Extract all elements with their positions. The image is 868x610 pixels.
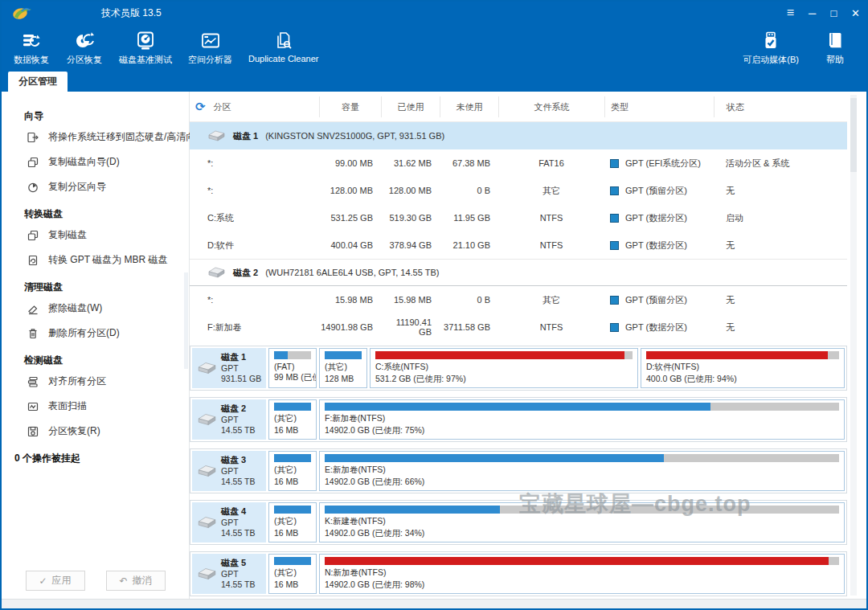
- disk-panel-1: 磁盘 1 GPT 931.51 GB (FAT) 99 MB (已使用:: [190, 346, 847, 391]
- toolbar-button-disk-benchmark[interactable]: 磁盘基准测试: [119, 31, 172, 66]
- column-header-used: 已使用: [381, 96, 440, 117]
- partition-row[interactable]: D:软件 400.04 GB 378.94 GB 21.10 GB NTFS G…: [190, 231, 847, 259]
- sidebar-item-align-all-partitions[interactable]: 对齐所有分区: [2, 369, 189, 394]
- sidebar-item-delete-all-partitions[interactable]: 删除所有分区(D): [2, 321, 189, 346]
- window-controls: ≡ ─ □ ✕: [780, 2, 866, 24]
- usage-bar: [274, 557, 311, 565]
- window-title: 技术员版 13.5: [101, 6, 162, 20]
- help-book-icon: [825, 31, 845, 51]
- disk-panel-info[interactable]: 磁盘 4 GPT 14.55 TB: [192, 502, 266, 542]
- disk-panel-info[interactable]: 磁盘 3 GPT 14.55 TB: [192, 451, 266, 491]
- partition-block[interactable]: (其它) 16 MB: [268, 451, 317, 491]
- sidebar-scrollbar[interactable]: [184, 272, 188, 369]
- sidebar-item-wipe-disk[interactable]: 擦除磁盘(W): [2, 296, 189, 321]
- sidebar-item-copy-disk[interactable]: 复制磁盘: [2, 223, 189, 248]
- partition-block[interactable]: K:新建卷(NTFS) 14902.0 GB (已使用: 34%): [319, 502, 845, 542]
- disk-icon: [196, 412, 217, 427]
- partition-block[interactable]: D:软件(NTFS) 400.0 GB (已使用: 94%): [641, 348, 845, 388]
- usage-bar: [325, 506, 839, 514]
- app-logo-icon: [10, 4, 37, 22]
- minimize-button[interactable]: ─: [801, 2, 823, 24]
- sidebar-section-title-clean: 清理磁盘: [24, 280, 189, 294]
- sidebar-item-migrate-os[interactable]: 将操作系统迁移到固态硬盘/高清向导: [2, 125, 189, 149]
- tab-partition-management[interactable]: 分区管理: [8, 72, 68, 92]
- sidebar-item-copy-partition-wizard[interactable]: 复制分区向导: [2, 174, 189, 199]
- disk-benchmark-icon: [135, 31, 156, 51]
- scrollbar-thumb[interactable]: [850, 98, 857, 172]
- disk-icon: [196, 515, 217, 530]
- toolbar-button-data-recovery[interactable]: 数据恢复: [13, 31, 50, 66]
- column-header-type: 类型: [604, 96, 714, 117]
- disk-panel-4: 磁盘 4 GPT 14.55 TB (其它) 16 MB: [190, 500, 847, 545]
- migrate-os-icon: [26, 131, 39, 144]
- partition-block[interactable]: N:新加卷(NTFS) 14902.0 GB (已使用: 98%): [319, 554, 845, 594]
- column-header-status: 状态: [714, 96, 847, 117]
- disk-panel-3: 磁盘 3 GPT 14.55 TB (其它) 16 MB: [190, 448, 847, 493]
- toolbar-button-help[interactable]: 帮助: [817, 31, 854, 66]
- toolbar: 数据恢复 分区恢复: [2, 24, 866, 72]
- app-window: 技术员版 13.5 ≡ ─ □ ✕ 数据恢复: [0, 0, 868, 610]
- apply-button[interactable]: ✓ 应用: [26, 571, 85, 591]
- disk-group-row-2[interactable]: 磁盘 2 (WUH72181 6ALE6L4 USB, GPT, 14.55 T…: [190, 259, 847, 286]
- gpt-type-icon: [610, 214, 619, 223]
- sidebar-item-convert-gpt-mbr[interactable]: 转换 GPT 磁盘为 MBR 磁盘: [2, 248, 189, 272]
- sidebar-section-title-wizards: 向导: [24, 109, 189, 123]
- sidebar: 向导 将操作系统迁移到固态硬盘/高清向导 复制磁盘向导(D): [2, 92, 190, 599]
- disk-panels: 磁盘 1 GPT 931.51 GB (FAT) 99 MB (已使用:: [190, 346, 847, 596]
- partition-block[interactable]: (其它) 128 MB: [319, 348, 367, 388]
- toolbar-button-space-analyzer[interactable]: 空间分析器: [188, 31, 232, 66]
- vertical-scrollbar[interactable]: [850, 95, 857, 596]
- copy-disk-icon: [26, 229, 39, 242]
- table-header: ⟳ 分区 容量 已使用 未使用 文件系统 类型 状态: [190, 92, 847, 122]
- disk-panel-info[interactable]: 磁盘 1 GPT 931.51 GB: [192, 348, 266, 388]
- partition-block[interactable]: (FAT) 99 MB (已使用:: [268, 348, 317, 388]
- convert-gpt-mbr-icon: [26, 254, 39, 267]
- toolbar-button-duplicate-cleaner[interactable]: Duplicate Cleaner: [248, 31, 318, 66]
- partition-row[interactable]: C:系统 531.25 GB 519.30 GB 11.95 GB NTFS G…: [190, 204, 847, 231]
- title-bar: 技术员版 13.5 ≡ ─ □ ✕: [2, 2, 866, 24]
- toolbar-button-partition-recovery[interactable]: 分区恢复: [66, 31, 103, 66]
- undo-button[interactable]: ↶ 撤消: [106, 571, 166, 591]
- toolbar-button-label: 可启动媒体(B): [743, 54, 799, 66]
- disk-panel-info[interactable]: 磁盘 5 GPT 14.55 TB: [192, 554, 266, 594]
- disk-icon: [207, 129, 226, 142]
- sidebar-item-copy-disk-wizard[interactable]: 复制磁盘向导(D): [2, 149, 189, 174]
- usage-bar: [274, 506, 311, 514]
- data-recovery-icon: [21, 31, 42, 51]
- usage-bar: [325, 351, 362, 359]
- gpt-type-icon: [610, 323, 619, 332]
- column-header-partition: 分区: [214, 96, 231, 117]
- partition-block[interactable]: (其它) 16 MB: [268, 399, 317, 440]
- sidebar-item-surface-scan[interactable]: 表面扫描: [2, 394, 189, 419]
- usage-bar: [375, 351, 633, 359]
- usage-bar: [646, 351, 839, 359]
- disk-icon: [196, 464, 217, 478]
- close-button[interactable]: ✕: [845, 2, 866, 24]
- partition-row[interactable]: F:新加卷 14901.98 GB 11190.41 GB 3711.58 GB…: [190, 313, 847, 341]
- menu-button[interactable]: ≡: [780, 2, 801, 24]
- main-area: ⟳ 分区 容量 已使用 未使用 文件系统 类型 状态: [190, 92, 866, 599]
- partition-block[interactable]: C:系统(NTFS) 531.2 GB (已使用: 97%): [370, 348, 638, 388]
- sidebar-item-partition-recovery[interactable]: 分区恢复(R): [2, 419, 189, 444]
- partition-block[interactable]: E:新加卷(NTFS) 14902.0 GB (已使用: 66%): [319, 451, 845, 491]
- usage-bar: [325, 557, 839, 565]
- partition-row[interactable]: *: 15.98 MB 15.98 MB 0 B 其它 GPT (预留分区) 无: [190, 286, 847, 313]
- partition-block[interactable]: (其它) 16 MB: [268, 502, 317, 542]
- surface-scan-icon: [26, 400, 39, 413]
- disk-icon: [207, 266, 226, 279]
- refresh-icon[interactable]: ⟳: [195, 100, 206, 113]
- disk-panel-info[interactable]: 磁盘 2 GPT 14.55 TB: [192, 399, 266, 440]
- usage-bar: [325, 403, 839, 411]
- disk-icon: [196, 567, 217, 581]
- disk-panel-2: 磁盘 2 GPT 14.55 TB (其它) 16 MB: [190, 397, 847, 442]
- partition-row[interactable]: *: 99.00 MB 31.62 MB 67.38 MB FAT16 GPT …: [190, 149, 847, 177]
- disk-panel-5: 磁盘 5 GPT 14.55 TB (其它) 16 MB: [190, 551, 847, 596]
- partition-block[interactable]: F:新加卷(NTFS) 14902.0 GB (已使用: 75%): [319, 399, 845, 440]
- bootable-media-icon: [760, 31, 781, 51]
- disk-group-row-1[interactable]: 磁盘 1 (KINGSTON SNV2S1000G, GPT, 931.51 G…: [190, 122, 847, 149]
- partition-row[interactable]: *: 128.00 MB 128.00 MB 0 B 其它 GPT (预留分区)…: [190, 177, 847, 204]
- toolbar-button-bootable-media[interactable]: 可启动媒体(B): [743, 31, 799, 66]
- partition-block[interactable]: (其它) 16 MB: [268, 554, 317, 594]
- space-analyzer-icon: [200, 31, 221, 51]
- maximize-button[interactable]: □: [823, 2, 845, 24]
